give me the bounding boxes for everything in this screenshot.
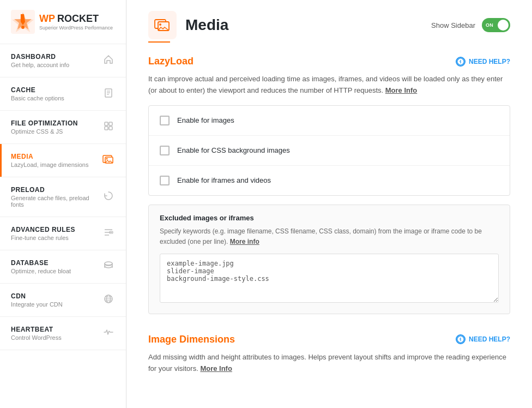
page-icon	[148, 11, 177, 39]
enable-css-bg-label: Enable for CSS background images	[177, 146, 290, 154]
nav-item-subtitle-cdn: Integrate your CDN	[11, 301, 63, 308]
option-row-css-bg: Enable for CSS background images	[149, 136, 510, 166]
excluded-description: Specify keywords (e.g. image filename, C…	[160, 226, 499, 247]
image-dimensions-section: Image Dimensions NEED HELP? Add missing …	[148, 334, 510, 375]
heartbeat-icon	[102, 327, 115, 340]
nav-item-title-dashboard: DASHBOARD	[11, 53, 69, 61]
cdn-icon	[102, 293, 115, 307]
lazyload-need-help-label: NEED HELP?	[469, 58, 510, 65]
page-header: Media Show Sidebar ON	[126, 0, 532, 39]
image-dimensions-description: Add missing width and height attributes …	[148, 352, 510, 375]
sidebar-item-advanced-rules[interactable]: ADVANCED RULES Fine-tune cache rules	[0, 217, 126, 250]
option-row-iframes: Enable for iframes and videos	[149, 166, 510, 195]
database-icon	[102, 260, 115, 274]
nav-item-title-database: DATABASE	[11, 259, 71, 267]
toggle-knob	[498, 20, 509, 31]
show-sidebar-label: Show Sidebar	[431, 21, 475, 29]
sidebar-item-cache[interactable]: CACHE Basic cache options	[0, 77, 126, 111]
excluded-title: Excluded images or iframes	[160, 214, 499, 222]
content-area: LazyLoad NEED HELP? It can improve actua…	[126, 43, 532, 407]
image-dimensions-need-help-icon	[456, 334, 466, 344]
nav-item-title-cdn: CDN	[11, 292, 63, 300]
svg-point-2	[21, 26, 25, 29]
nav-item-title-file-optimization: FILE OPTIMIZATION	[11, 119, 78, 127]
nav-item-subtitle-advanced-rules: Fine-tune cache rules	[11, 235, 75, 241]
enable-iframes-label: Enable for iframes and videos	[177, 176, 271, 184]
image-dimensions-title: Image Dimensions	[148, 334, 235, 345]
nav-item-title-cache: CACHE	[11, 86, 64, 94]
lazyload-section: LazyLoad NEED HELP? It can improve actua…	[148, 56, 510, 314]
sidebar-item-dashboard[interactable]: DASHBOARD Get help, account info	[0, 44, 126, 77]
file-optimization-icon	[102, 121, 115, 134]
sidebar-logo: WP ROCKET Superior WordPress Performance	[0, 0, 126, 44]
sidebar-item-preload[interactable]: PRELOAD Generate cache files, preload fo…	[0, 177, 126, 217]
nav-item-title-advanced-rules: ADVANCED RULES	[11, 226, 75, 233]
logo-wp: WP	[39, 13, 55, 25]
excluded-more-info-link[interactable]: More info	[230, 238, 259, 245]
excluded-section: Excluded images or iframes Specify keywo…	[148, 205, 510, 314]
svg-rect-7	[105, 122, 108, 125]
lazyload-options-card: Enable for images Enable for CSS backgro…	[148, 105, 510, 196]
image-dimensions-need-help-label: NEED HELP?	[469, 335, 510, 343]
show-sidebar-toggle[interactable]: ON	[482, 18, 510, 32]
nav-item-title-preload: PRELOAD	[11, 186, 102, 194]
image-dimensions-more-info-link[interactable]: More Info	[200, 364, 232, 373]
need-help-icon	[456, 57, 466, 67]
nav-item-subtitle-database: Optimize, reduce bloat	[11, 268, 71, 274]
sidebar-navigation: DASHBOARD Get help, account info CACHE B…	[0, 44, 126, 350]
lazyload-description: It can improve actual and perceived load…	[148, 74, 510, 97]
advanced-rules-icon	[102, 227, 115, 241]
svg-rect-8	[109, 122, 112, 125]
lazyload-more-info-link[interactable]: More Info	[385, 86, 418, 94]
nav-item-subtitle-dashboard: Get help, account info	[11, 62, 69, 68]
main-content: Media Show Sidebar ON LazyLoad	[126, 0, 532, 408]
svg-point-13	[106, 158, 108, 159]
nav-item-title-heartbeat: HEARTBEAT	[11, 326, 62, 333]
image-dimensions-need-help-button[interactable]: NEED HELP?	[456, 334, 510, 344]
dashboard-icon	[102, 54, 115, 68]
enable-images-checkbox[interactable]	[160, 116, 170, 125]
nav-item-subtitle-preload: Generate cache files, preload fonts	[11, 195, 102, 208]
svg-point-28	[159, 23, 161, 26]
toggle-on-label: ON	[486, 22, 493, 28]
lazyload-need-help-button[interactable]: NEED HELP?	[456, 57, 510, 67]
nav-item-subtitle-cache: Basic cache options	[11, 95, 64, 101]
enable-iframes-checkbox[interactable]	[160, 176, 170, 185]
svg-point-32	[460, 338, 461, 339]
media-icon	[102, 154, 115, 167]
logo-tagline: Superior WordPress Performance	[39, 25, 113, 31]
cache-icon	[102, 87, 115, 101]
nav-item-subtitle-file-optimization: Optimize CSS & JS	[11, 128, 78, 135]
wp-rocket-logo-icon	[11, 10, 35, 34]
sidebar-item-file-optimization[interactable]: FILE OPTIMIZATION Optimize CSS & JS	[0, 111, 126, 144]
sidebar-item-database[interactable]: DATABASE Optimize, reduce bloat	[0, 250, 126, 284]
nav-item-title-media: MEDIA	[11, 153, 88, 160]
sidebar-item-cdn[interactable]: CDN Integrate your CDN	[0, 284, 126, 317]
excluded-textarea[interactable]: example-image.jpg slider-image backgroun…	[160, 254, 499, 303]
sidebar-item-heartbeat[interactable]: HEARTBEAT Control WordPress	[0, 317, 126, 350]
lazyload-title: LazyLoad	[148, 56, 194, 67]
svg-rect-10	[109, 127, 112, 130]
nav-item-subtitle-media: LazyLoad, image dimensions	[11, 161, 88, 168]
nav-item-subtitle-heartbeat: Control WordPress	[11, 334, 62, 341]
sidebar: WP ROCKET Superior WordPress Performance…	[0, 0, 126, 408]
svg-point-30	[460, 59, 461, 61]
sidebar-item-media[interactable]: MEDIA LazyLoad, image dimensions	[0, 144, 126, 177]
logo-rocket: ROCKET	[57, 13, 99, 25]
enable-css-bg-checkbox[interactable]	[160, 146, 170, 155]
svg-rect-9	[105, 127, 108, 130]
option-row-images: Enable for images	[149, 106, 510, 136]
enable-images-label: Enable for images	[177, 116, 234, 124]
preload-icon	[102, 190, 115, 204]
page-title: Media	[185, 16, 228, 34]
